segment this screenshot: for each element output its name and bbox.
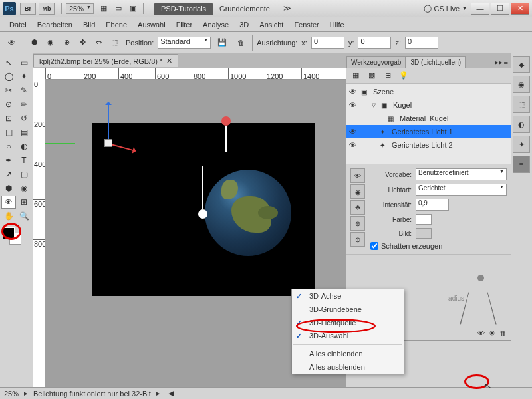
eyedropper-tool[interactable]: ✎: [17, 84, 31, 97]
eraser-tool[interactable]: ◫: [1, 126, 16, 139]
vorgabe-select[interactable]: Benutzerdefiniert: [416, 168, 507, 180]
maximize-button[interactable]: ☐: [491, 3, 509, 15]
layers-panel-icon[interactable]: ≡: [513, 156, 530, 173]
filter-mesh-icon[interactable]: ▩: [365, 70, 378, 82]
3d-roll-icon[interactable]: ⊕: [59, 35, 74, 50]
schatten-checkbox[interactable]: [370, 242, 378, 250]
marquee-tool[interactable]: ▭: [17, 56, 31, 69]
close-button[interactable]: ✕: [511, 3, 529, 15]
gizmo-center[interactable]: [104, 139, 112, 147]
close-tab-icon[interactable]: ✕: [166, 57, 172, 65]
filter-light-icon[interactable]: 💡: [397, 70, 410, 82]
new-light-icon[interactable]: ☀: [489, 329, 495, 338]
tree-scene[interactable]: 👁▣Szene: [346, 85, 511, 98]
menu-3d[interactable]: 3D: [234, 19, 254, 31]
cm-3d-auswahl[interactable]: 3D-Auswahl: [292, 329, 404, 342]
y-axis[interactable]: [108, 104, 109, 144]
tool-preset-icon[interactable]: 👁: [4, 35, 19, 50]
toggle-lights-icon[interactable]: 👁: [477, 329, 485, 338]
bridge-button[interactable]: Br: [20, 3, 36, 15]
adjustments-panel-icon[interactable]: ⬚: [513, 96, 530, 113]
dodge-tool[interactable]: ◐: [17, 140, 31, 153]
blur-tool[interactable]: ○: [1, 140, 16, 153]
gradient-tool[interactable]: ▤: [17, 126, 31, 139]
x-input[interactable]: 0: [311, 37, 344, 49]
zoom-select[interactable]: 25%: [66, 3, 94, 14]
farbe-swatch[interactable]: [416, 214, 432, 225]
screenmode-icon[interactable]: ▣: [127, 3, 139, 14]
wand-tool[interactable]: ✦: [17, 70, 31, 83]
cm-3d-grundebene[interactable]: 3D-Grundebene: [292, 303, 404, 316]
move-tool[interactable]: ↖: [1, 56, 16, 69]
menu-filter[interactable]: Filter: [171, 19, 198, 31]
menu-ebene[interactable]: Ebene: [100, 19, 132, 31]
zoom-tool[interactable]: 🔍: [17, 209, 31, 223]
swatches-panel-icon[interactable]: ◉: [513, 76, 530, 93]
tree-material[interactable]: ▦Material_Kugel: [346, 112, 511, 125]
3d-rotate-icon[interactable]: ◉: [43, 35, 58, 50]
3d-mesh-tool[interactable]: ⊞: [17, 196, 31, 209]
menu-datei[interactable]: Datei: [4, 19, 32, 31]
x-axis[interactable]: [45, 143, 75, 144]
3d-scale-icon[interactable]: ⬚: [107, 35, 122, 50]
menu-auswahl[interactable]: Auswahl: [132, 19, 171, 31]
position-select[interactable]: Standard: [158, 37, 211, 49]
light-pin-2[interactable]: [198, 209, 207, 219]
menu-bild[interactable]: Bild: [78, 19, 100, 31]
workspace-more[interactable]: ≫: [283, 4, 291, 13]
light-rotate-tool[interactable]: 👁: [350, 168, 365, 183]
y-input[interactable]: 0: [358, 37, 391, 49]
menu-fenster[interactable]: Fenster: [289, 19, 324, 31]
bild-swatch[interactable]: [416, 228, 432, 239]
menu-bearbeiten[interactable]: Bearbeiten: [32, 19, 78, 31]
light-pin-1[interactable]: [221, 116, 231, 152]
z-input[interactable]: 0: [405, 37, 438, 49]
workspace-tab-grund[interactable]: Grundelemente: [213, 3, 277, 15]
cm-alles-einblenden[interactable]: Alles einblenden: [292, 347, 404, 360]
3d-slide-icon[interactable]: ⇔: [91, 35, 106, 50]
pen-tool[interactable]: ✒: [1, 154, 16, 167]
type-tool[interactable]: T: [17, 154, 31, 167]
lichtart-select[interactable]: Gerichtet: [416, 184, 507, 196]
light-slider-tool[interactable]: ✥: [350, 200, 365, 215]
cslive-button[interactable]: ◯CS Live▼: [424, 4, 467, 13]
brush-tool[interactable]: ✏: [17, 98, 31, 111]
light-origin-tool[interactable]: ⊙: [350, 232, 365, 247]
shape-tool[interactable]: ▢: [17, 168, 31, 181]
delete-light-icon[interactable]: 🗑: [499, 329, 507, 338]
arrange-icon[interactable]: ▭: [112, 3, 124, 14]
lasso-tool[interactable]: ◯: [1, 70, 16, 83]
masks-panel-icon[interactable]: ◐: [513, 116, 530, 133]
crop-tool[interactable]: ✂: [1, 84, 16, 97]
styles-panel-icon[interactable]: ✦: [513, 136, 530, 153]
tab-3d-lichtquellen[interactable]: 3D (Lichtquellen): [406, 56, 466, 68]
filter-scene-icon[interactable]: ▦: [349, 70, 362, 82]
heal-tool[interactable]: ⊙: [1, 98, 16, 111]
document-tab[interactable]: kplj2th2.bmp bei 25% (Erde, RGB/8) *✕: [33, 54, 178, 67]
delete-preset-icon[interactable]: 🗑: [233, 35, 248, 50]
3d-camera-tool[interactable]: ◉: [17, 182, 31, 195]
filter-material-icon[interactable]: ⊞: [381, 70, 394, 82]
stamp-tool[interactable]: ⊡: [1, 112, 16, 125]
workspace-tab-psd[interactable]: PSD-Tutorials: [154, 3, 213, 15]
light-pan-tool[interactable]: ◉: [350, 184, 365, 199]
panel-menu-icon[interactable]: ≡: [504, 58, 508, 66]
color-swatches[interactable]: [1, 227, 28, 247]
menu-ansicht[interactable]: Ansicht: [254, 19, 289, 31]
minimize-button[interactable]: —: [471, 3, 489, 15]
intensitaet-input[interactable]: 0,9: [416, 199, 449, 211]
menu-hilfe[interactable]: Hilfe: [325, 19, 350, 31]
tree-licht1[interactable]: 👁✦Gerichtetes Licht 1: [346, 125, 511, 138]
3d-light-tool[interactable]: 👁: [1, 196, 16, 209]
3d-pan-icon[interactable]: ✥: [75, 35, 90, 50]
tab-werkzeug[interactable]: Werkzeugvorgab: [346, 56, 406, 68]
3d-home-icon[interactable]: ⬢: [27, 35, 42, 50]
minibridge-button[interactable]: Mb: [39, 3, 55, 15]
cm-alles-ausblenden[interactable]: Alles ausblenden: [292, 360, 404, 374]
hand-tool[interactable]: ✋: [1, 209, 16, 223]
view-extras-icon[interactable]: ▦: [98, 3, 110, 14]
path-tool[interactable]: ↗: [1, 168, 16, 181]
tree-licht2[interactable]: 👁✦Gerichtetes Licht 2: [346, 138, 511, 152]
save-preset-icon[interactable]: 💾: [215, 35, 229, 50]
light-point-tool[interactable]: ⊕: [350, 216, 365, 231]
